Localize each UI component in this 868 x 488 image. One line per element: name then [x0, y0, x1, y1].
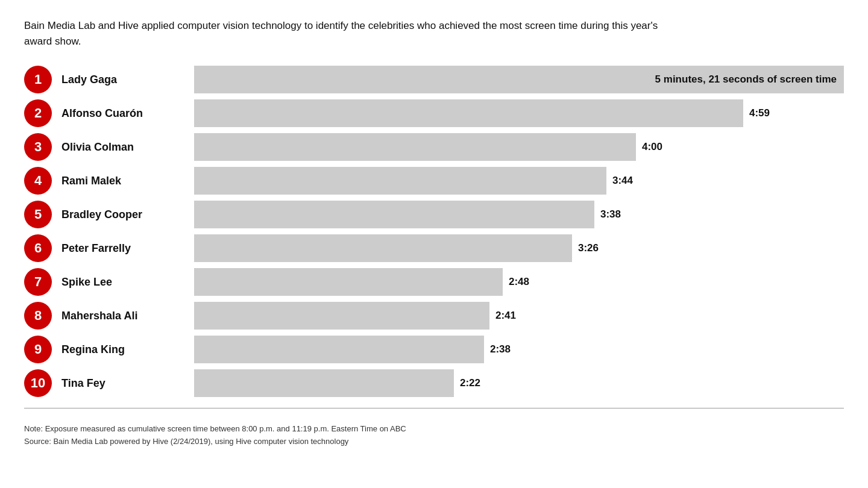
bar: [194, 268, 503, 296]
bar-wrapper: 5 minutes, 21 seconds of screen time: [194, 66, 844, 93]
note-line1: Note: Exposure measured as cumulative sc…: [24, 423, 844, 436]
bar: [194, 369, 454, 397]
bar-wrapper: 2:22: [194, 369, 844, 397]
bar-wrapper: 2:38: [194, 336, 844, 363]
chart-row: 10Tina Fey2:22: [24, 369, 844, 397]
intro-text: Bain Media Lab and Hive applied computer…: [24, 18, 687, 49]
chart-row: 1Lady Gaga5 minutes, 21 seconds of scree…: [24, 66, 844, 93]
celebrity-name: Rami Malek: [61, 175, 194, 187]
bar: [194, 336, 484, 363]
bar-time-label: 3:44: [612, 175, 633, 187]
bar-wrapper: 3:26: [194, 234, 844, 262]
chart-row: 8Mahershala Ali2:41: [24, 302, 844, 330]
rank-badge: 5: [24, 201, 52, 228]
chart-row: 9Regina King2:38: [24, 336, 844, 363]
divider: [24, 408, 844, 408]
chart-row: 6Peter Farrelly3:26: [24, 234, 844, 262]
rank-badge: 8: [24, 302, 52, 330]
bar-time-label: 2:41: [495, 310, 516, 322]
bar: [194, 234, 572, 262]
celebrity-name: Lady Gaga: [61, 74, 194, 86]
chart-container: 1Lady Gaga5 minutes, 21 seconds of scree…: [24, 66, 844, 397]
bar-wrapper: 2:41: [194, 302, 844, 330]
chart-row: 3Olivia Colman4:00: [24, 133, 844, 161]
bar-time-label: 4:00: [642, 141, 662, 153]
celebrity-name: Spike Lee: [61, 276, 194, 289]
bar: [194, 167, 606, 195]
bar-time-label: 3:38: [600, 208, 621, 221]
celebrity-name: Regina King: [61, 343, 194, 356]
celebrity-name: Peter Farrelly: [61, 242, 194, 255]
bar-wrapper: 4:59: [194, 99, 844, 127]
bar: [194, 201, 594, 228]
rank-badge: 3: [24, 133, 52, 161]
footer-text: Note: Exposure measured as cumulative sc…: [24, 423, 844, 448]
bar-wrapper: 4:00: [194, 133, 844, 161]
bar-time-label: 2:22: [460, 377, 480, 389]
chart-row: 7Spike Lee2:48: [24, 268, 844, 296]
bar-wrapper: 3:44: [194, 167, 844, 195]
celebrity-name: Mahershala Ali: [61, 310, 194, 322]
bar: [194, 99, 743, 127]
chart-row: 2Alfonso Cuarón4:59: [24, 99, 844, 127]
note-line2: Source: Bain Media Lab powered by Hive (…: [24, 436, 844, 448]
bar-time-label: 2:48: [509, 276, 529, 288]
bar-time-label: 4:59: [749, 107, 770, 119]
bar: [194, 133, 636, 161]
celebrity-name: Alfonso Cuarón: [61, 107, 194, 120]
celebrity-name: Bradley Cooper: [61, 208, 194, 221]
rank-badge: 6: [24, 234, 52, 262]
bar: [194, 302, 489, 330]
rank-badge: 1: [24, 66, 52, 93]
bar: 5 minutes, 21 seconds of screen time: [194, 66, 844, 93]
celebrity-name: Tina Fey: [61, 377, 194, 390]
chart-row: 5Bradley Cooper3:38: [24, 201, 844, 228]
rank-badge: 4: [24, 167, 52, 195]
bar-wrapper: 2:48: [194, 268, 844, 296]
celebrity-name: Olivia Colman: [61, 141, 194, 154]
bar-wrapper: 3:38: [194, 201, 844, 228]
bar-time-label: 2:38: [490, 343, 511, 355]
chart-row: 4Rami Malek3:44: [24, 167, 844, 195]
bar-time-label: 3:26: [578, 242, 599, 254]
rank-badge: 7: [24, 268, 52, 296]
rank-badge: 10: [24, 369, 52, 397]
rank-badge: 9: [24, 336, 52, 363]
bar-time-label: 5 minutes, 21 seconds of screen time: [655, 74, 844, 86]
rank-badge: 2: [24, 99, 52, 127]
